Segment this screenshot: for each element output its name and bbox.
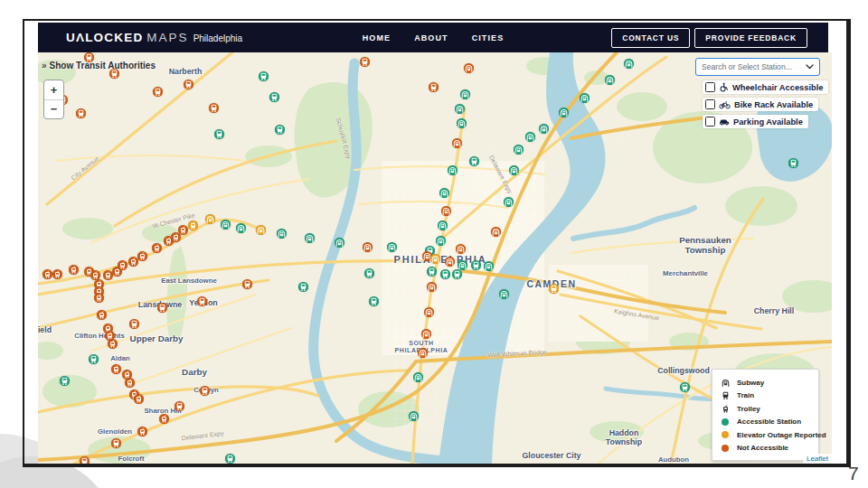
station-marker-subway-not-accessible[interactable] xyxy=(427,282,437,292)
station-marker-subway-not-accessible[interactable] xyxy=(464,63,474,73)
checkbox[interactable] xyxy=(705,82,715,92)
station-marker-train-accessible[interactable] xyxy=(680,382,690,392)
station-marker-trolley-not-accessible[interactable] xyxy=(178,225,188,235)
station-marker-trolley-not-accessible[interactable] xyxy=(52,269,62,279)
station-marker-train-accessible[interactable] xyxy=(452,269,462,279)
station-marker-subway-not-accessible[interactable] xyxy=(421,329,431,339)
station-marker-subway-accessible[interactable] xyxy=(335,238,344,248)
station-marker-trolley-not-accessible[interactable] xyxy=(134,394,144,404)
station-marker-subway-not-accessible[interactable] xyxy=(418,348,428,358)
station-marker-subway-not-accessible[interactable] xyxy=(441,206,451,216)
station-marker-train-elevator-outage[interactable] xyxy=(549,284,559,294)
station-marker-trolley-not-accessible[interactable] xyxy=(42,269,52,279)
station-marker-subway-accessible[interactable] xyxy=(605,75,615,85)
station-marker-trolley-elevator-outage[interactable] xyxy=(188,221,198,230)
station-marker-train-accessible[interactable] xyxy=(471,260,481,270)
station-marker-train-not-accessible[interactable] xyxy=(153,87,163,97)
checkbox[interactable] xyxy=(705,117,715,127)
station-marker-subway-accessible[interactable] xyxy=(525,132,535,142)
station-marker-train-not-accessible[interactable] xyxy=(76,108,86,118)
station-marker-train-accessible[interactable] xyxy=(60,376,70,386)
station-marker-train-accessible[interactable] xyxy=(225,454,235,464)
station-marker-train-accessible[interactable] xyxy=(269,92,279,102)
station-marker-subway-not-accessible[interactable] xyxy=(456,244,466,254)
checkbox[interactable] xyxy=(705,99,715,109)
station-marker-trolley-not-accessible[interactable] xyxy=(152,243,162,253)
station-marker-subway-accessible[interactable] xyxy=(448,165,458,175)
station-marker-train-not-accessible[interactable] xyxy=(175,401,184,411)
station-marker-train-accessible[interactable] xyxy=(788,158,798,168)
station-marker-train-accessible[interactable] xyxy=(469,156,479,166)
station-marker-train-accessible[interactable] xyxy=(369,296,379,306)
leaflet-attribution-link[interactable]: Leaflet xyxy=(803,454,832,464)
station-marker-train-not-accessible[interactable] xyxy=(209,103,219,113)
station-marker-train-not-accessible[interactable] xyxy=(111,438,121,448)
station-marker-train-accessible[interactable] xyxy=(214,129,224,139)
station-marker-subway-accessible[interactable] xyxy=(305,233,315,243)
station-marker-train-not-accessible[interactable] xyxy=(157,303,167,313)
nav-link-about[interactable]: ABOUT xyxy=(414,33,448,42)
station-marker-trolley-not-accessible[interactable] xyxy=(108,339,118,349)
station-marker-subway-elevator-outage[interactable] xyxy=(256,225,266,235)
station-marker-trolley-not-accessible[interactable] xyxy=(118,260,127,270)
station-marker-subway-elevator-outage[interactable] xyxy=(205,214,215,224)
station-marker-train-not-accessible[interactable] xyxy=(242,279,252,289)
station-marker-trolley-not-accessible[interactable] xyxy=(125,378,135,388)
station-marker-trolley-not-accessible[interactable] xyxy=(159,414,169,424)
station-marker-trolley-not-accessible[interactable] xyxy=(69,265,79,275)
station-marker-train-accessible[interactable] xyxy=(364,268,374,278)
zoom-in-button[interactable]: + xyxy=(44,80,63,100)
station-marker-subway-not-accessible[interactable] xyxy=(445,257,455,267)
station-marker-subway-accessible[interactable] xyxy=(413,372,423,382)
station-marker-subway-not-accessible[interactable] xyxy=(424,307,434,317)
station-marker-subway-accessible[interactable] xyxy=(460,89,470,99)
station-marker-train-not-accessible[interactable] xyxy=(200,386,210,396)
station-marker-subway-accessible[interactable] xyxy=(455,104,465,114)
station-marker-train-accessible[interactable] xyxy=(275,125,285,135)
station-marker-train-accessible[interactable] xyxy=(259,71,269,81)
station-marker-subway-not-accessible[interactable] xyxy=(491,227,501,237)
station-marker-subway-accessible[interactable] xyxy=(559,108,569,117)
station-marker-subway-accessible[interactable] xyxy=(236,223,246,233)
station-marker-subway-not-accessible[interactable] xyxy=(363,242,373,252)
zoom-out-button[interactable]: − xyxy=(44,100,63,119)
station-marker-subway-accessible[interactable] xyxy=(514,145,524,155)
station-marker-subway-accessible[interactable] xyxy=(438,221,448,230)
station-marker-subway-accessible[interactable] xyxy=(436,236,446,246)
station-marker-subway-accessible[interactable] xyxy=(457,118,467,128)
station-marker-subway-not-accessible[interactable] xyxy=(452,138,462,148)
station-marker-trolley-not-accessible[interactable] xyxy=(137,251,147,261)
station-marker-subway-accessible[interactable] xyxy=(221,220,231,230)
station-marker-train-accessible[interactable] xyxy=(427,267,437,277)
filter-wheelchair-accessible[interactable]: Wheelchair Accessible xyxy=(703,80,828,94)
station-marker-train-not-accessible[interactable] xyxy=(429,82,439,92)
map-canvas[interactable]: City AvenueW Chester PikeSchuylkill Expy… xyxy=(38,52,832,464)
station-marker-trolley-not-accessible[interactable] xyxy=(94,293,104,303)
station-marker-subway-accessible[interactable] xyxy=(580,93,590,103)
station-marker-train-accessible[interactable] xyxy=(440,269,450,279)
station-marker-subway-accessible[interactable] xyxy=(277,229,287,239)
station-marker-subway-accessible[interactable] xyxy=(484,261,494,271)
station-marker-subway-accessible[interactable] xyxy=(624,59,634,69)
station-marker-subway-accessible[interactable] xyxy=(509,165,519,175)
nav-link-cities[interactable]: CITIES xyxy=(472,33,505,42)
station-marker-train-not-accessible[interactable] xyxy=(360,57,370,67)
station-marker-train-not-accessible[interactable] xyxy=(80,456,90,465)
station-marker-train-not-accessible[interactable] xyxy=(184,80,193,89)
station-marker-train-accessible[interactable] xyxy=(298,282,308,292)
station-marker-train-not-accessible[interactable] xyxy=(129,319,139,329)
station-marker-trolley-not-accessible[interactable] xyxy=(137,427,147,436)
station-marker-trolley-not-accessible[interactable] xyxy=(111,364,121,374)
station-marker-trolley-not-accessible[interactable] xyxy=(97,310,107,320)
nav-link-home[interactable]: HOME xyxy=(363,33,391,42)
app-logo[interactable]: UΛLOCKED MAPS Philadelphia xyxy=(66,31,242,44)
show-transit-authorities-toggle[interactable]: »Show Transit Authorities xyxy=(42,61,156,70)
station-marker-train-not-accessible[interactable] xyxy=(197,296,207,306)
filter-bike-rack-available[interactable]: Bike Rack Available xyxy=(703,98,818,111)
station-marker-subway-accessible[interactable] xyxy=(504,197,514,207)
station-marker-subway-accessible[interactable] xyxy=(499,289,509,299)
station-marker-subway-elevator-outage[interactable] xyxy=(430,254,440,264)
filter-parking-available[interactable]: Parking Available xyxy=(703,115,808,128)
station-marker-subway-accessible[interactable] xyxy=(387,242,397,252)
station-search-select[interactable]: Search or Select Station... xyxy=(695,58,820,76)
